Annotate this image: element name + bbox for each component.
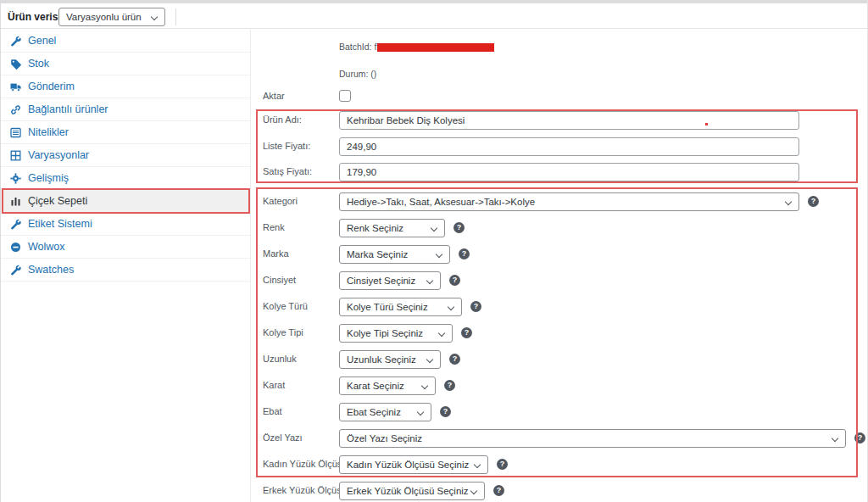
- uzunluk-row: Uzunluk Uzunluk Seçiniz ?: [251, 350, 868, 372]
- sidebar-item-label: Wolwox: [28, 241, 65, 253]
- batchid-row: BatchId: f: [251, 41, 868, 63]
- sidebar-item-baglantili-urunler[interactable]: Bağlantılı ürünler: [0, 98, 250, 121]
- urun-adi-row: Ürün Adı:: [251, 111, 868, 133]
- wrench-icon: [10, 219, 21, 230]
- product-data-sidebar: Genel Stok Gönderim Bağlantılı ürünler N…: [0, 30, 251, 502]
- sidebar-item-label: Varyasyonlar: [28, 149, 89, 161]
- durum-label: Durum: (): [339, 69, 376, 79]
- aktar-row: Aktar: [251, 87, 868, 109]
- uzunluk-label: Uzunluk: [263, 354, 297, 364]
- cinsiyet-label: Cinsiyet: [263, 275, 296, 285]
- help-icon[interactable]: ?: [459, 248, 470, 259]
- kolye-tipi-label: Kolye Tipi: [263, 327, 303, 337]
- batchid-redaction: [377, 43, 494, 52]
- marka-select[interactable]: Marka Seçiniz: [339, 245, 450, 264]
- kadin-yuzuk-olcusu-label: Kadın Yüzük Ölçüsü: [263, 459, 347, 469]
- product-type-select[interactable]: Varyasyonlu ürün: [58, 8, 165, 26]
- satis-fiyati-input[interactable]: [339, 163, 799, 181]
- wrench-icon: [10, 36, 21, 47]
- link-icon: [10, 104, 21, 115]
- sidebar-item-gelismis[interactable]: Gelişmiş: [0, 167, 250, 190]
- karat-select[interactable]: Karat Seçiniz: [339, 376, 436, 395]
- grid-icon: [10, 150, 21, 161]
- sidebar-item-label: Swatches: [28, 264, 74, 276]
- sidebar-item-label: Genel: [28, 35, 56, 47]
- sidebar-item-label: Gelişmiş: [28, 172, 69, 184]
- kolye-tipi-select[interactable]: Kolye Tipi Seçiniz: [339, 324, 453, 343]
- sidebar-item-label: Stok: [28, 58, 49, 70]
- header-divider: [175, 8, 176, 25]
- ebat-row: Ebat Ebat Seçiniz ?: [251, 403, 868, 425]
- kolye-turu-label: Kolye Türü: [263, 301, 308, 311]
- batchid-label: BatchId: f: [339, 42, 376, 52]
- sidebar-item-cicek-sepeti[interactable]: Çiçek Sepeti: [0, 190, 250, 213]
- kolye-turu-select[interactable]: Kolye Türü Seçiniz: [339, 298, 462, 316]
- karat-row: Karat Karat Seçiniz ?: [251, 376, 868, 399]
- liste-fiyati-row: Liste Fiyatı:: [251, 137, 868, 159]
- chart-bars-icon: [10, 196, 21, 207]
- renk-row: Renk Renk Seçiniz ?: [251, 219, 868, 241]
- help-icon[interactable]: ?: [493, 485, 504, 496]
- sidebar-item-gonderim[interactable]: Gönderim: [0, 75, 250, 98]
- renk-select[interactable]: Renk Seçiniz: [339, 219, 445, 237]
- help-icon[interactable]: ?: [497, 459, 508, 470]
- list-icon: [10, 127, 21, 138]
- cicek-sepeti-panel: BatchId: f Durum: () Aktar Ürün Adı: Lis…: [251, 30, 868, 502]
- urun-adi-input[interactable]: [339, 111, 799, 130]
- wrench-icon: [10, 265, 21, 276]
- gear-icon: [10, 173, 21, 184]
- erkek-yuzuk-olcusu-label: Erkek Yüzük Ölçüsü: [263, 485, 347, 495]
- cinsiyet-row: Cinsiyet Cinsiyet Seçiniz ?: [251, 271, 868, 293]
- kadin-yuzuk-olcusu-select[interactable]: Kadın Yüzük Ölçüsü Seçiniz: [339, 455, 488, 474]
- sidebar-item-swatches[interactable]: Swatches: [0, 259, 250, 282]
- kolye-turu-row: Kolye Türü Kolye Türü Seçiniz ?: [251, 298, 868, 320]
- karat-label: Karat: [263, 380, 285, 390]
- product-data-header: Ürün verisi — Varyasyonlu ürün: [0, 3, 868, 29]
- sidebar-item-genel[interactable]: Genel: [0, 30, 250, 53]
- help-icon[interactable]: ?: [449, 354, 460, 365]
- urun-adi-label: Ürün Adı:: [263, 114, 302, 125]
- ozel-yazi-label: Özel Yazı: [263, 432, 303, 443]
- help-icon[interactable]: ?: [854, 432, 865, 443]
- sidebar-item-etiket-sistemi[interactable]: Etiket Sistemi: [0, 213, 250, 236]
- sidebar-item-nitelikler[interactable]: Nitelikler: [0, 121, 250, 144]
- help-icon[interactable]: ?: [453, 222, 465, 233]
- help-icon[interactable]: ?: [470, 301, 481, 312]
- marka-label: Marka: [263, 248, 289, 259]
- satis-fiyati-row: Satış Fiyatı:: [251, 163, 868, 185]
- aktar-checkbox[interactable]: [339, 90, 351, 102]
- kategori-label: Kategori: [263, 196, 298, 206]
- erkek-yuzuk-olcusu-row: Erkek Yüzük Ölçüsü Erkek Yüzük Ölçüsü Se…: [251, 482, 868, 502]
- ebat-label: Ebat: [263, 406, 282, 416]
- uzunluk-select[interactable]: Uzunluk Seçiniz: [339, 350, 441, 369]
- ebat-select[interactable]: Ebat Seçiniz: [339, 403, 431, 421]
- help-icon[interactable]: ?: [449, 275, 460, 286]
- help-icon[interactable]: ?: [461, 327, 472, 338]
- sidebar-item-label: Gönderim: [28, 81, 75, 92]
- sidebar-item-varyasyonlar[interactable]: Varyasyonlar: [0, 144, 250, 167]
- sidebar-item-label: Etiket Sistemi: [28, 218, 92, 230]
- sidebar-item-wolwox[interactable]: Wolwox: [0, 236, 250, 259]
- cinsiyet-select[interactable]: Cinsiyet Seçiniz: [339, 271, 441, 290]
- tag-icon: [10, 59, 21, 70]
- aktar-label: Aktar: [263, 91, 285, 101]
- kolye-tipi-row: Kolye Tipi Kolye Tipi Seçiniz ?: [251, 324, 868, 346]
- erkek-yuzuk-olcusu-select[interactable]: Erkek Yüzük Ölçüsü Seçiniz: [339, 482, 485, 500]
- sidebar-item-label: Çiçek Sepeti: [28, 195, 87, 207]
- circle-minus-icon: [10, 242, 21, 253]
- liste-fiyati-label: Liste Fiyatı:: [263, 141, 310, 151]
- renk-label: Renk: [263, 222, 285, 232]
- sidebar-item-stok[interactable]: Stok: [0, 53, 250, 75]
- liste-fiyati-input[interactable]: [339, 137, 799, 156]
- sidebar-item-label: Nitelikler: [28, 126, 69, 138]
- product-type-value: Varyasyonlu ürün: [59, 8, 164, 25]
- help-icon[interactable]: ?: [808, 196, 819, 207]
- satis-fiyati-label: Satış Fiyatı:: [263, 166, 312, 176]
- marka-row: Marka Marka Seçiniz ?: [251, 245, 868, 267]
- truck-icon: [10, 81, 21, 92]
- help-icon[interactable]: ?: [444, 380, 455, 391]
- help-icon[interactable]: ?: [440, 406, 451, 417]
- ozel-yazi-row: Özel Yazı Özel Yazı Seçiniz ?: [251, 429, 868, 451]
- ozel-yazi-select[interactable]: Özel Yazı Seçiniz: [339, 429, 846, 448]
- kategori-select[interactable]: Hediye->Takı, Saat, Aksesuar->Takı->Koly…: [339, 192, 799, 211]
